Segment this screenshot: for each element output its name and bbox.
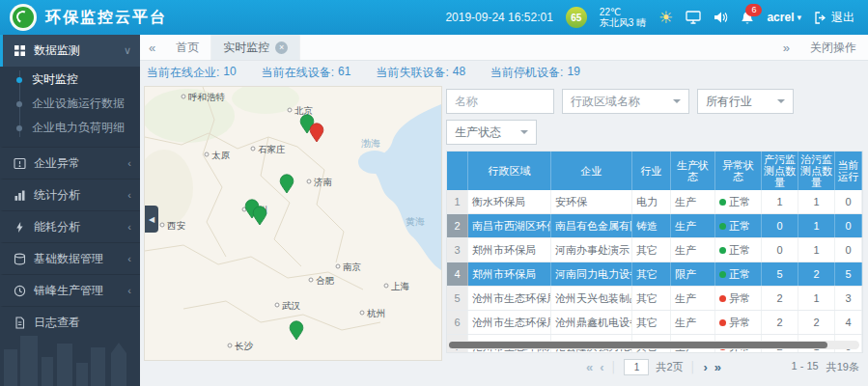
chevron-down-icon — [673, 99, 681, 107]
lost-devices-value: 48 — [453, 65, 465, 81]
sea-label: 渤海 — [361, 138, 380, 149]
table-row-selected[interactable]: 2 南昌市西湖区环保 南昌有色金属有限 铸造 生产 正常 0 1 0 — [447, 214, 862, 238]
sidebar-submenu: 实时监控 企业设施运行数据 企业电力负荷明细 — [0, 67, 140, 147]
horizontal-scrollbar[interactable] — [448, 341, 859, 349]
col-company[interactable]: 企业 — [551, 152, 632, 190]
tabbar-right: » 关闭操作 — [774, 40, 868, 56]
chevron-left-icon: ‹ — [127, 189, 131, 201]
sidebar-item-realtime-monitor[interactable]: 实时监控 — [0, 68, 140, 92]
chevron-down-icon — [520, 130, 528, 138]
sea-label: 黄海 — [406, 216, 425, 227]
status-dot-green — [719, 199, 726, 206]
database-icon — [13, 253, 26, 265]
sidebar: 数据监测 ∨ 实时监控 企业设施运行数据 企业电力负荷明细 企业异常 ‹ 统计分… — [0, 35, 140, 386]
sidebar-item-enterprise-abnormal[interactable]: 企业异常 ‹ — [0, 147, 140, 179]
total-pages-label: 共2页 — [656, 360, 683, 374]
clock-icon — [13, 285, 26, 297]
table-row-selected[interactable]: 4 郑州市环保局 河南同力电力设备 其它 限产 正常 5 2 5 — [447, 262, 862, 287]
tabs-scroll-right-icon[interactable]: » — [774, 41, 798, 55]
lightning-icon — [13, 221, 26, 234]
city-label: 上海 — [391, 281, 410, 291]
record-range: 1 - 15 — [792, 360, 819, 374]
sidebar-item-staggered-production[interactable]: 错峰生产管理 ‹ — [0, 274, 140, 306]
col-industry[interactable]: 行业 — [632, 152, 671, 190]
sun-icon: ☀ — [658, 10, 673, 26]
record-total: 共19条 — [826, 360, 859, 374]
online-devices-label: 当前在线设备: — [262, 65, 334, 81]
table-row[interactable]: 5 沧州市生态环保局 沧州天兴包装制品 其它 生产 异常 2 1 3 — [447, 287, 862, 311]
status-dot-green — [719, 223, 726, 230]
aqi-badge: 65 — [566, 7, 587, 28]
close-operations-button[interactable]: 关闭操作 — [810, 40, 856, 56]
notification-badge: 6 — [745, 4, 762, 16]
window-alert-icon — [13, 157, 26, 170]
tabs-scroll-left-icon[interactable]: « — [140, 41, 164, 55]
chevron-left-icon: ‹ — [127, 221, 131, 233]
speaker-icon[interactable] — [714, 11, 728, 24]
map-collapse-handle[interactable]: ◀ — [145, 206, 158, 233]
first-page-button[interactable]: « — [586, 361, 593, 373]
scrollbar-thumb[interactable] — [449, 342, 827, 348]
status-summary: 当前在线企业:10 当前在线设备:61 当前失联设备:48 当前停机设备:19 — [147, 65, 580, 81]
table-row[interactable]: 6 沧州市生态环保局 沧州鼎鑫机电设备 其它 生产 异常 2 2 4 — [447, 311, 862, 335]
col-treatment-points[interactable]: 治污监测点数量 — [798, 152, 835, 190]
online-companies-value: 10 — [223, 65, 236, 81]
col-abnormal-status[interactable]: 异常状态 — [715, 152, 762, 190]
table-row[interactable]: 1 衡水环保局 安环保 电力 生产 正常 1 1 0 — [447, 190, 862, 214]
col-region[interactable]: 行政区域 — [468, 152, 551, 190]
stopped-devices-value: 19 — [567, 65, 579, 81]
pagination-bar: « ‹ │ 共2页 │ › » 1 - 15 共19条 — [446, 355, 861, 378]
table-row[interactable]: 3 郑州市环保局 河南办事处演示 其它 生产 正常 0 1 0 — [447, 238, 862, 262]
top-header: 环保监控云平台 2019-09-24 16:52:01 65 22℃ 东北风3 … — [0, 0, 868, 35]
status-dot-red — [719, 319, 726, 326]
close-tab-icon[interactable]: × — [275, 41, 288, 54]
online-companies-label: 当前在线企业: — [147, 65, 219, 81]
city-label: 石家庄 — [258, 144, 286, 154]
status-dot-green — [719, 247, 726, 254]
city-label: 呼和浩特 — [188, 92, 226, 102]
page-input[interactable] — [624, 359, 649, 375]
industry-filter-select[interactable]: 所有行业 — [697, 89, 794, 114]
bell-icon[interactable]: 6 — [741, 11, 754, 25]
col-prod-status[interactable]: 生产状态 — [671, 152, 715, 190]
sidebar-item-statistics[interactable]: 统计分析 ‹ — [0, 179, 140, 210]
table-header: 行政区域 企业 行业 生产状态 异常状态 产污监测点数量 治污监测点数量 当前运… — [447, 152, 862, 190]
prev-page-button[interactable]: ‹ — [600, 361, 603, 373]
user-menu[interactable]: acrel ▾ — [767, 11, 801, 24]
sidebar-item-base-data[interactable]: 基础数据管理 ‹ — [0, 242, 140, 274]
sidebar-item-facility-data[interactable]: 企业设施运行数据 — [0, 92, 140, 116]
last-page-button[interactable]: » — [714, 361, 721, 373]
china-map[interactable]: 呼和浩特 北京 石家庄 太原 济南 郑州 西安 南京 合肥 上海 武汉 杭州 长… — [145, 87, 441, 360]
city-label: 太原 — [211, 150, 231, 160]
logout-button[interactable]: 退出 — [814, 10, 854, 26]
chevron-left-icon: ‹ — [127, 253, 131, 264]
weather-block: 22℃ 东北风3 晴 — [600, 7, 646, 28]
col-running[interactable]: 当前运行 — [835, 152, 862, 190]
name-filter-field[interactable] — [446, 89, 554, 114]
status-dot-green — [719, 271, 726, 278]
app-logo-icon — [10, 4, 37, 31]
col-pollution-points[interactable]: 产污监测点数量 — [762, 152, 798, 190]
chevron-down-icon: ∨ — [124, 44, 131, 57]
app-title: 环保监控云平台 — [45, 8, 167, 28]
region-filter-select[interactable]: 行政区域名称 — [562, 89, 689, 114]
city-label: 济南 — [314, 177, 332, 187]
temperature: 22℃ — [600, 7, 646, 17]
city-label: 武汉 — [282, 300, 301, 311]
tab-realtime-monitor[interactable]: 实时监控 × — [211, 35, 300, 60]
next-page-button[interactable]: › — [703, 361, 707, 373]
enterprise-table: 行政区域 企业 行业 生产状态 异常状态 产污监测点数量 治污监测点数量 当前运… — [446, 151, 863, 353]
city-label: 长沙 — [235, 341, 254, 351]
chevron-down-icon: ▾ — [797, 13, 801, 22]
tab-home[interactable]: 首页 — [164, 35, 211, 60]
chevron-down-icon — [777, 99, 785, 107]
sidebar-item-energy-analysis[interactable]: 能耗分析 ‹ — [0, 210, 140, 242]
monitor-icon[interactable] — [686, 11, 701, 24]
header-right: 2019-09-24 16:52:01 65 22℃ 东北风3 晴 ☀ 6 ac… — [445, 7, 868, 28]
sidebar-item-data-monitor[interactable]: 数据监测 ∨ — [0, 35, 140, 67]
sidebar-item-power-load-detail[interactable]: 企业电力负荷明细 — [0, 116, 140, 140]
online-devices-value: 61 — [338, 65, 350, 81]
logout-icon — [814, 12, 827, 24]
status-filter-select[interactable]: 生产状态 — [446, 120, 537, 145]
name-input[interactable] — [447, 90, 553, 113]
